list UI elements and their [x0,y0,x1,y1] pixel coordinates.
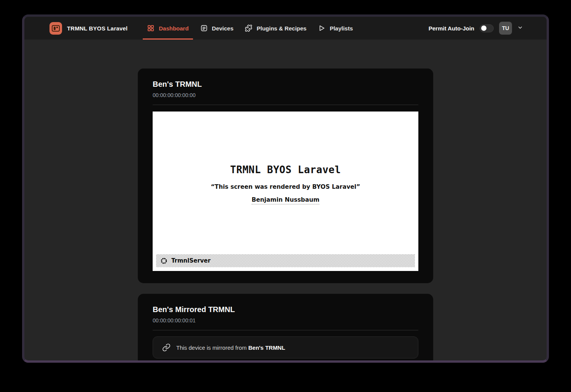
user-menu-button[interactable] [517,25,523,32]
user-avatar[interactable]: TU [499,22,512,35]
mirror-source-name: Ben's TRMNL [248,344,285,351]
divider [153,105,418,105]
device-mac-address: 00:00:00:00:00:00 [153,92,418,99]
screen-status-bar: TrmnlServer [156,254,415,267]
device-mac-address: 00:00:00:00:00:01 [153,317,418,324]
nav-item-dashboard[interactable]: Dashboard [143,17,193,40]
brand-title: TRMNL BYOS Laravel [67,25,128,32]
divider [153,330,418,330]
navbar-right: Permit Auto-Join TU [429,22,523,35]
nav-label: Plugins & Recipes [257,25,306,32]
nav-label: Dashboard [159,25,188,32]
puzzle-piece-icon [245,24,252,32]
navbar: TRMNL BYOS Laravel Dashboard [24,17,547,40]
link-icon [162,343,171,352]
spinner-icon [160,257,167,265]
permit-auto-join-label: Permit Auto-Join [429,25,474,32]
chevron-down-icon [517,25,523,32]
screen-author: Benjamin Nussbaum [153,196,418,203]
brand: TRMNL BYOS Laravel [49,22,128,35]
device-screen-preview: TRMNL BYOS Laravel “This screen was rend… [153,112,418,271]
main-nav: Dashboard Devices [143,17,357,40]
play-icon [318,24,325,32]
permit-auto-join-toggle[interactable] [480,24,494,32]
dashboard-content: Ben's TRMNL 00:00:00:00:00:00 TRMNL BYOS… [24,40,547,360]
devices-list-icon [200,24,208,32]
device-name: Ben's Mirrored TRMNL [153,304,418,314]
device-name: Ben's TRMNL [153,79,418,89]
trmnl-logo-icon [49,22,62,35]
screen-title: TRMNL BYOS Laravel [153,112,418,175]
nav-label: Playlists [330,25,353,32]
nav-item-devices[interactable]: Devices [196,17,238,40]
nav-item-playlists[interactable]: Playlists [314,17,357,40]
toggle-knob [481,25,486,31]
nav-item-plugins-recipes[interactable]: Plugins & Recipes [241,17,311,40]
dashboard-grid-icon [147,24,155,32]
device-card-bens-trmnl: Ben's TRMNL 00:00:00:00:00:00 TRMNL BYOS… [138,69,433,283]
mirror-notice-text: This device is mirrored from Ben's TRMNL [176,344,285,351]
screen-quote: “This screen was rendered by BYOS Larave… [153,183,418,190]
status-bar-label: TrmnlServer [171,257,211,264]
mirror-notice: This device is mirrored from Ben's TRMNL [153,336,418,359]
nav-label: Devices [212,25,234,32]
device-card-bens-mirrored-trmnl: Ben's Mirrored TRMNL 00:00:00:00:00:01 T… [138,294,433,360]
app-window: TRMNL BYOS Laravel Dashboard [22,14,549,363]
